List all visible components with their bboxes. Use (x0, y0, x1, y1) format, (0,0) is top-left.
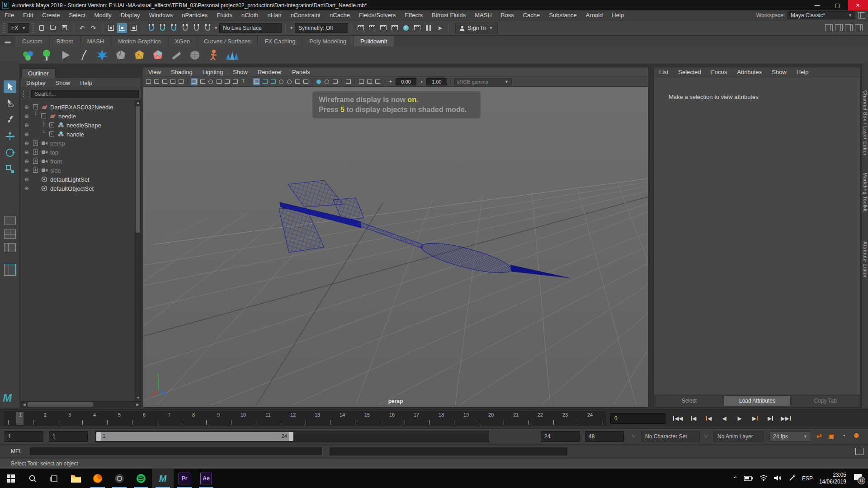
outliner-menu-display[interactable]: Display (21, 80, 51, 86)
toggle-modeling-toolkit-icon[interactable] (825, 24, 833, 31)
expand-icon[interactable]: + (33, 150, 38, 155)
tree-row[interactable]: ⊕ − DartFBXASC032Needle (21, 103, 141, 112)
file-explorer-icon[interactable] (65, 469, 87, 488)
firefox-icon[interactable] (87, 469, 108, 488)
maya-taskbar-icon[interactable]: M (152, 469, 174, 488)
action-center-icon[interactable]: 11 (853, 474, 863, 483)
menu-display[interactable]: Display (116, 10, 145, 20)
display-toggle-icon[interactable]: ⊕ (24, 139, 29, 148)
pdi-shatter-burst-icon[interactable] (95, 48, 109, 62)
drag-handle[interactable] (3, 23, 5, 33)
motion-blur-icon[interactable] (302, 78, 309, 85)
viewport-canvas[interactable]: y Wireframe display is now on. Press 5 t… (143, 87, 648, 407)
maximize-button[interactable]: ▢ (827, 0, 848, 10)
spotify-icon[interactable] (130, 469, 152, 488)
safe-title-icon[interactable]: T (240, 78, 246, 85)
current-time-field[interactable]: 0 (610, 413, 665, 424)
close-button[interactable]: ✕ (848, 0, 868, 10)
pdi-fracture-wood-icon[interactable] (132, 48, 146, 62)
save-scene-icon[interactable] (59, 23, 69, 33)
modeling-toolkit-tab[interactable]: Modeling Toolkit (863, 173, 868, 212)
film-gate-icon[interactable] (199, 78, 206, 85)
display-toggle-icon[interactable]: ⊕ (24, 130, 29, 139)
shaded-mode-icon[interactable] (262, 78, 268, 85)
tray-expand-icon[interactable]: ⌃ (733, 475, 738, 482)
multi-pane-icon[interactable] (366, 78, 373, 85)
display-toggle-icon[interactable]: ⊕ (24, 148, 29, 157)
scroll-left-icon[interactable]: ◀ (21, 402, 27, 408)
viewport-menu-shading[interactable]: Shading (166, 69, 198, 75)
anim-layer-selector[interactable]: No Anim Layer (713, 432, 764, 441)
select-hierarchy-icon[interactable] (106, 23, 116, 33)
menu-substance[interactable]: Substance (544, 10, 581, 20)
symmetry-field[interactable]: Symmetry: Off (295, 23, 348, 33)
wifi-icon[interactable] (760, 475, 768, 483)
open-scene-icon[interactable] (48, 23, 58, 33)
shelf-tab-mash[interactable]: MASH (80, 36, 112, 47)
playback-end-field[interactable]: 24 (541, 431, 580, 442)
new-scene-icon[interactable] (37, 23, 47, 33)
menu-help[interactable]: Help (607, 10, 628, 20)
command-input[interactable] (30, 447, 323, 456)
paint-select-tool-icon[interactable] (4, 113, 16, 126)
display-toggle-icon[interactable]: ⊕ (24, 166, 29, 175)
tree-row[interactable]: ⊕ + front (21, 157, 141, 166)
pdi-ball-icon[interactable] (39, 48, 54, 62)
shelf-tab-pulldownit[interactable]: Pulldownit (354, 36, 394, 47)
step-forward-frame-button[interactable]: ▶ (763, 413, 778, 424)
menu-fluids[interactable]: Fluids (212, 10, 237, 20)
expand-icon[interactable]: + (49, 131, 54, 136)
ambient-occlusion-icon[interactable] (294, 78, 301, 85)
outliner-search-input[interactable]: Search... (31, 90, 139, 98)
move-tool-icon[interactable] (4, 130, 16, 143)
expand-icon[interactable]: + (49, 122, 54, 127)
playback-range-bar[interactable]: 1 24 (96, 432, 293, 441)
load-attributes-button[interactable]: Load Attributes (724, 395, 791, 406)
outliner-horizontal-scrollbar[interactable]: ◀ ▶ (21, 401, 141, 407)
render-icon[interactable] (356, 23, 366, 33)
channel-box-tab[interactable]: Channel Box / Layer Editor (863, 90, 868, 155)
pause-viewport-icon[interactable] (424, 23, 434, 33)
clock[interactable]: 23:05 14/06/2019 (819, 472, 846, 485)
animation-end-field[interactable]: 48 (585, 431, 624, 442)
chevron-down-icon[interactable]: ▽ (704, 434, 708, 438)
ae-menu-attributes[interactable]: Attributes (732, 69, 767, 75)
toggle-channel-box-icon[interactable] (855, 24, 863, 31)
range-start-handle[interactable] (96, 432, 101, 441)
attribute-editor-tab[interactable]: Attribute Editor (863, 241, 868, 278)
step-back-frame-button[interactable]: ◀ (686, 413, 701, 424)
shelf-tab-poly-modeling[interactable]: Poly Modeling (302, 36, 354, 47)
menu-nconstraint[interactable]: nConstraint (286, 10, 325, 20)
chevron-down-icon[interactable]: ▽ (632, 434, 635, 438)
light-editor-icon[interactable] (412, 23, 422, 33)
render-settings-icon[interactable] (390, 23, 400, 33)
lock-camera-icon[interactable] (153, 78, 160, 85)
snap-curve-icon[interactable] (157, 23, 167, 33)
fps-selector[interactable]: 24 fps ▼ (769, 432, 811, 441)
menu-set-selector[interactable]: FX ▼ (8, 23, 29, 33)
viewport-menu-view[interactable]: View (143, 69, 166, 75)
volume-icon[interactable] (774, 475, 782, 483)
viewport-menu-panels[interactable]: Panels (287, 69, 315, 75)
pdi-fracture-glass-icon[interactable] (151, 48, 165, 62)
playback-start-field[interactable]: 1 (49, 431, 88, 442)
chevron-down-icon[interactable]: ▼ (214, 26, 218, 30)
safe-action-icon[interactable] (232, 78, 238, 85)
shelf-tab-motion-graphics[interactable]: Motion Graphics (111, 36, 168, 47)
make-live-icon[interactable] (203, 23, 212, 33)
display-toggle-icon[interactable]: ⊕ (24, 112, 29, 121)
range-end-handle[interactable] (289, 432, 293, 441)
view-transform-selector[interactable]: sRGB gamma ▼ (454, 78, 512, 85)
gamma-icon[interactable]: ◑ (418, 78, 425, 85)
shelf-tab-custom[interactable]: Custom (15, 36, 50, 47)
gate-mask-icon[interactable] (216, 78, 222, 85)
pdi-bowling-pins-icon[interactable] (21, 48, 35, 62)
premiere-pro-icon[interactable]: Pr (174, 469, 195, 488)
resolution-gate-icon[interactable] (208, 78, 214, 85)
rotate-tool-icon[interactable] (4, 146, 16, 159)
scroll-up-icon[interactable]: ▲ (135, 100, 141, 106)
tree-row[interactable]: ⊕ └ − needle (21, 112, 141, 121)
textured-mode-icon[interactable] (270, 78, 276, 85)
drag-handle[interactable] (32, 23, 34, 33)
tree-row[interactable]: ⊕ defaultObjectSet (21, 184, 141, 193)
